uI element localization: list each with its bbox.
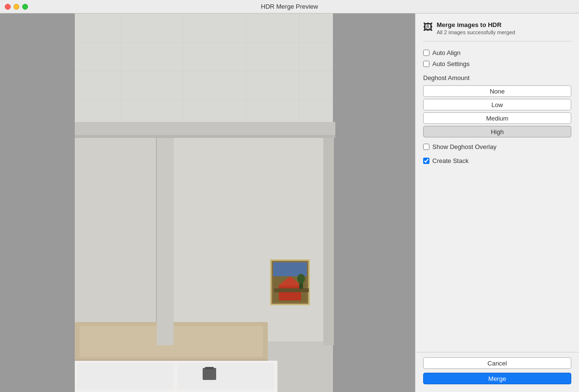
svg-rect-1 bbox=[333, 14, 415, 392]
svg-rect-22 bbox=[203, 368, 216, 380]
create-stack-row: Create Stack bbox=[423, 157, 571, 164]
auto-align-row: Auto Align bbox=[423, 49, 571, 56]
show-deghost-checkbox[interactable] bbox=[423, 144, 429, 150]
cancel-button[interactable]: Cancel bbox=[423, 357, 571, 369]
create-stack-checkbox[interactable] bbox=[423, 158, 429, 164]
hdr-icon: 🖼 bbox=[423, 22, 433, 33]
svg-point-33 bbox=[297, 274, 305, 284]
svg-rect-29 bbox=[279, 286, 301, 300]
create-stack-label[interactable]: Create Stack bbox=[432, 157, 469, 164]
panel-footer: Cancel Merge bbox=[415, 352, 579, 392]
right-panel: 🖼 Merge images to HDR All 2 images succe… bbox=[415, 14, 579, 392]
auto-align-label[interactable]: Auto Align bbox=[432, 49, 461, 56]
close-button[interactable] bbox=[5, 4, 11, 10]
svg-rect-34 bbox=[323, 138, 334, 345]
merge-title: Merge images to HDR bbox=[437, 21, 515, 28]
merge-button[interactable]: Merge bbox=[423, 373, 571, 384]
room-canvas bbox=[0, 14, 415, 392]
svg-rect-30 bbox=[274, 288, 309, 292]
merge-header: 🖼 Merge images to HDR All 2 images succe… bbox=[423, 21, 571, 41]
svg-rect-21 bbox=[178, 363, 274, 390]
deghost-low-button[interactable]: Low bbox=[423, 99, 571, 110]
auto-settings-label[interactable]: Auto Settings bbox=[432, 60, 469, 68]
deghost-buttons: None Low Medium High bbox=[423, 85, 571, 137]
svg-rect-24 bbox=[157, 138, 174, 345]
deghost-high-button[interactable]: High bbox=[423, 126, 571, 137]
auto-align-checkbox[interactable] bbox=[423, 50, 429, 56]
room-scene bbox=[0, 14, 415, 392]
deghost-section-label: Deghost Amount bbox=[423, 74, 571, 81]
window-title: HDR Merge Preview bbox=[261, 3, 318, 10]
auto-settings-row: Auto Settings bbox=[423, 60, 571, 68]
svg-rect-10 bbox=[75, 122, 335, 136]
preview-area bbox=[0, 14, 415, 392]
merge-info: Merge images to HDR All 2 images success… bbox=[437, 21, 515, 35]
main-content: 🖼 Merge images to HDR All 2 images succe… bbox=[0, 14, 579, 392]
svg-rect-0 bbox=[0, 14, 75, 392]
deghost-none-button[interactable]: None bbox=[423, 85, 571, 97]
auto-settings-checkbox[interactable] bbox=[423, 61, 429, 67]
svg-rect-20 bbox=[77, 363, 174, 390]
deghost-overlay-row: Show Deghost Overlay bbox=[423, 143, 571, 150]
svg-rect-23 bbox=[205, 367, 214, 369]
deghost-medium-button[interactable]: Medium bbox=[423, 112, 571, 124]
svg-rect-2 bbox=[75, 14, 333, 127]
minimize-button[interactable] bbox=[14, 4, 19, 10]
traffic-lights bbox=[5, 4, 28, 10]
panel-content: 🖼 Merge images to HDR All 2 images succe… bbox=[415, 14, 579, 352]
svg-rect-11 bbox=[75, 135, 335, 138]
merge-subtitle: All 2 images successfully merged bbox=[437, 29, 515, 35]
maximize-button[interactable] bbox=[22, 4, 28, 10]
titlebar: HDR Merge Preview bbox=[0, 0, 579, 14]
show-deghost-label[interactable]: Show Deghost Overlay bbox=[432, 143, 496, 150]
